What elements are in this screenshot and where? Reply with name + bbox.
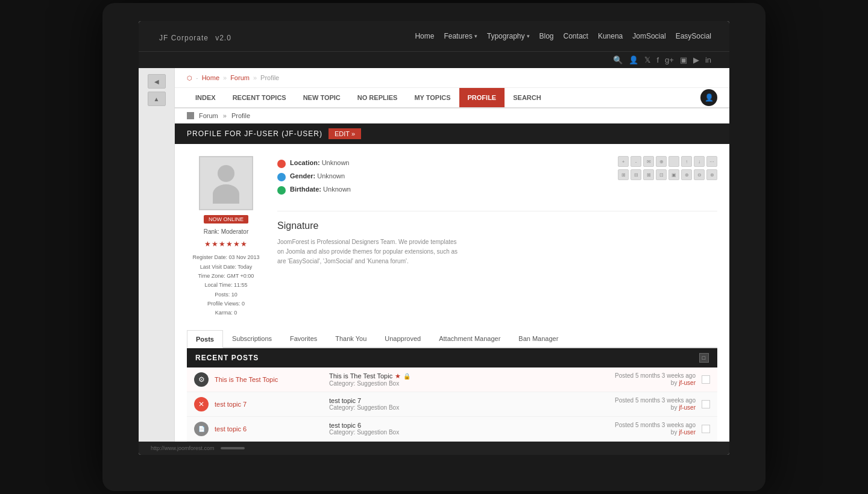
post-checkbox-1[interactable] <box>702 375 710 384</box>
post-meta-1: Posted 5 months 3 weeks ago by jf-user <box>599 372 696 386</box>
avatar <box>199 156 253 210</box>
table-row: ✕ test topic 7 test topic 7 Category: Su… <box>187 392 717 417</box>
posted-by-1[interactable]: jf-user <box>679 380 696 386</box>
sep1: - <box>196 74 198 81</box>
post-title-1: This is The Test Topic <box>215 376 323 383</box>
nav-home[interactable]: Home <box>415 32 434 40</box>
profile-body: NOW ONLINE Rank: Moderator ★★★★★★ Regist… <box>175 144 729 330</box>
posts-tab-attachment[interactable]: Attachment Manager <box>430 330 509 347</box>
profile-link[interactable]: Profile <box>231 112 250 119</box>
nav-easysocial[interactable]: EasySocial <box>676 32 711 40</box>
gender-label: Gender: <box>290 172 315 180</box>
star-icon: ★ <box>395 372 401 380</box>
youtube-icon[interactable]: ▶ <box>693 55 699 64</box>
forum-icon <box>187 112 194 119</box>
profile-stats: Register Date: 03 Nov 2013 Last Visit Da… <box>192 253 259 317</box>
profile-right-column: Location: Unknown Gender: Unknown <box>277 156 717 317</box>
profile-header-bar: PROFILE FOR JF-USER (JF-USER) EDIT » <box>175 124 729 144</box>
posted-time-1: Posted 5 months 3 weeks ago <box>599 372 696 379</box>
karma-box-8: ⋯ <box>706 156 717 167</box>
rss-icon[interactable]: ▣ <box>680 55 687 64</box>
forum-sep: » <box>223 112 227 119</box>
expand-button[interactable]: □ <box>699 353 709 363</box>
laptop-frame: JF Corporate v2.0 Home Features Typograp… <box>102 3 766 490</box>
posted-time-3: Posted 5 months 3 weeks ago <box>599 422 696 428</box>
breadcrumb-home[interactable]: Home <box>202 74 219 81</box>
url-text: http://www.joomforest.com <box>151 445 215 451</box>
tab-profile[interactable]: PROFILE <box>459 88 505 107</box>
karma-box-4: ⊕ <box>656 156 667 167</box>
post-title-3: test topic 6 <box>215 425 323 433</box>
avatar-placeholder <box>211 165 241 201</box>
post-icon-1: ⚙ <box>194 372 209 387</box>
linkedin-icon[interactable]: in <box>705 55 711 64</box>
local-time: Local Time: 11:55 <box>192 281 259 290</box>
karma-box-11: ⊠ <box>643 169 654 180</box>
sidebar-back-btn[interactable]: ◀ <box>148 74 166 89</box>
nav-blog[interactable]: Blog <box>539 32 554 40</box>
twitter-icon[interactable]: 𝕏 <box>644 55 650 64</box>
nav-features[interactable]: Features <box>444 32 477 40</box>
sep3: » <box>253 74 257 81</box>
nav-typography[interactable]: Typography <box>487 32 530 40</box>
forum-link[interactable]: Forum <box>199 112 218 119</box>
posted-by-2[interactable]: jf-user <box>679 404 696 411</box>
last-visit: Last Visit Date: Today <box>192 263 259 272</box>
post-link-1[interactable]: This is The Test Topic <box>215 376 278 383</box>
url-bar: http://www.joomforest.com <box>139 442 729 455</box>
karma-box-5 <box>668 156 679 167</box>
post-checkbox-3[interactable] <box>702 425 710 433</box>
profile-header-text: PROFILE FOR JF-USER (JF-USER) <box>187 130 322 138</box>
nav-contact[interactable]: Contact <box>564 32 588 40</box>
edit-profile-button[interactable]: EDIT » <box>329 128 361 139</box>
avatar-body <box>213 184 239 204</box>
post-checkbox-2[interactable] <box>702 400 710 408</box>
gender-value: Unknown <box>317 172 345 180</box>
profile-views: Profile Views: 0 <box>192 299 259 308</box>
nav-links: Home Features Typography Blog Contact Ku… <box>415 32 711 40</box>
signature-title: Signature <box>277 220 717 231</box>
tab-my-topics[interactable]: MY TOPICS <box>406 88 459 107</box>
tab-no-replies[interactable]: NO REPLIES <box>349 88 406 107</box>
facebook-icon[interactable]: f <box>656 55 659 64</box>
tab-search[interactable]: SEARCH <box>505 88 549 107</box>
breadcrumb-profile: Profile <box>260 74 279 81</box>
gender-icon <box>277 173 286 181</box>
posts-tab-unapproved[interactable]: Unapproved <box>376 330 430 347</box>
karma-box-3: ✉ <box>643 156 654 167</box>
posts-tab-subscriptions[interactable]: Subscriptions <box>223 330 281 347</box>
karma-box-14: ⊕ <box>681 169 692 180</box>
tab-index[interactable]: INDEX <box>187 88 224 107</box>
post-icon-2: ✕ <box>194 397 209 411</box>
scroll-indicator <box>221 447 245 449</box>
karma: Karma: 0 <box>192 308 259 317</box>
user-icon[interactable]: 👤 <box>629 55 638 64</box>
karma-box-13: ▣ <box>668 169 679 180</box>
breadcrumb-forum[interactable]: Forum <box>230 74 250 81</box>
post-icon-3: 📄 <box>194 422 209 436</box>
search-icon[interactable]: 🔍 <box>613 55 623 64</box>
forum-breadcrumb-row: Forum » Profile <box>175 108 729 124</box>
stars-rating: ★★★★★★ <box>204 240 248 248</box>
posted-by-3[interactable]: jf-user <box>679 429 696 436</box>
posts-tab-favorites[interactable]: Favorites <box>281 330 326 347</box>
post-detail-title-2: test topic 7 <box>329 397 593 404</box>
posts-tab-ban[interactable]: Ban Manager <box>509 330 567 347</box>
karma-box-10: ⊟ <box>631 169 641 180</box>
karma-box-1: + <box>618 156 629 167</box>
location-value: Unknown <box>322 159 350 166</box>
nav-jomsocial[interactable]: JomSocial <box>632 32 665 40</box>
post-link-2[interactable]: test topic 7 <box>215 401 247 408</box>
google-plus-icon[interactable]: g+ <box>665 55 674 64</box>
post-link-3[interactable]: test topic 6 <box>215 425 247 433</box>
posts-tab-posts[interactable]: Posts <box>187 330 223 348</box>
post-meta-2: Posted 5 months 3 weeks ago by jf-user <box>599 397 696 411</box>
tab-recent[interactable]: RECENT TOPICS <box>224 88 295 107</box>
recent-posts-label: RECENT POSTS <box>195 354 259 362</box>
sidebar-forward-btn[interactable]: ▲ <box>148 92 166 106</box>
karma-row-2: ⊞ ⊟ ⊠ ⊡ ▣ ⊕ ⊖ ⊗ <box>618 169 717 180</box>
user-account-icon[interactable]: 👤 <box>700 89 717 106</box>
posts-tab-thank-you[interactable]: Thank You <box>326 330 376 347</box>
tab-new-topic[interactable]: NEW TOPIC <box>295 88 349 107</box>
nav-kunena[interactable]: Kunena <box>598 32 623 40</box>
